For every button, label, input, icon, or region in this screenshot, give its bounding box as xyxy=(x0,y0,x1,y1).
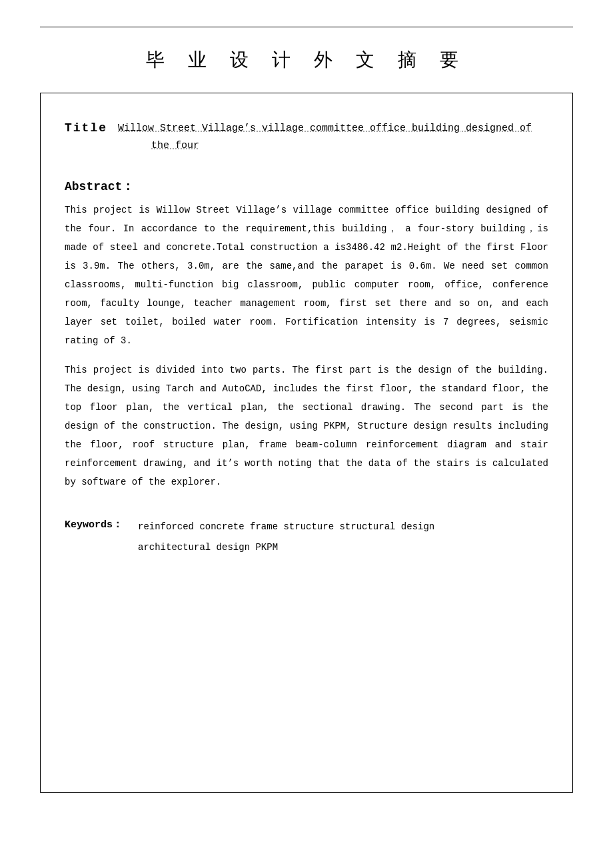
abstract-paragraph1: This project is Willow Street Village’s … xyxy=(65,201,548,350)
title-line1: Willow Street Village’s village committe… xyxy=(118,120,548,137)
page-container: 毕 业 设 计 外 文 摘 要 Title Willow Street Vill… xyxy=(0,0,613,868)
keywords-words-line2: architectural design PKPM xyxy=(138,539,278,557)
abstract-section: Abstract： This project is Willow Street … xyxy=(65,178,548,491)
keywords-line2: architectural design PKPM xyxy=(65,539,548,557)
page-title: 毕 业 设 计 外 文 摘 要 xyxy=(40,47,573,73)
top-rule xyxy=(40,27,573,27)
keywords-line1: Keywords： reinforced concrete frame stru… xyxy=(65,518,548,536)
content-box: Title Willow Street Village’s village co… xyxy=(40,93,573,793)
abstract-heading: Abstract： xyxy=(65,178,548,194)
keywords-words-line1: reinforced concrete frame structure stru… xyxy=(138,518,434,536)
keywords-section: Keywords： reinforced concrete frame stru… xyxy=(65,518,548,556)
title-line2: the four xyxy=(118,137,548,155)
abstract-paragraph2: This project is divided into two parts. … xyxy=(65,361,548,491)
title-label: Title xyxy=(65,120,118,135)
keywords-label: Keywords： xyxy=(65,518,138,531)
title-text-block: Willow Street Village’s village committe… xyxy=(118,120,548,154)
title-section: Title Willow Street Village’s village co… xyxy=(65,120,548,154)
